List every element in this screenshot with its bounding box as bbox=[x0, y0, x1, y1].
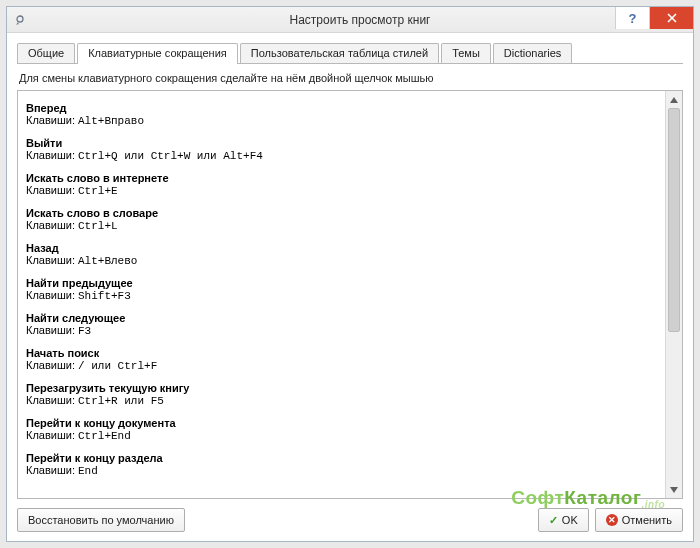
shortcut-name: Перейти к концу раздела bbox=[26, 452, 657, 464]
shortcut-keys: Клавиши: F3 bbox=[26, 324, 657, 337]
tab-2[interactable]: Пользовательская таблица стилей bbox=[240, 43, 439, 64]
ok-button[interactable]: ✓ OK bbox=[538, 508, 589, 532]
shortcut-name: Выйти bbox=[26, 137, 657, 149]
scroll-down-button[interactable] bbox=[666, 481, 682, 498]
titlebar: Настроить просмотр книг ? bbox=[7, 7, 693, 33]
restore-defaults-button[interactable]: Восстановить по умолчанию bbox=[17, 508, 185, 532]
tab-0[interactable]: Общие bbox=[17, 43, 75, 64]
shortcut-keys: Клавиши: Ctrl+L bbox=[26, 219, 657, 232]
shortcut-item[interactable]: Искать слово в словареКлавиши: Ctrl+L bbox=[26, 207, 657, 232]
shortcut-name: Найти предыдущее bbox=[26, 277, 657, 289]
shortcut-item[interactable]: Перейти к концу разделаКлавиши: End bbox=[26, 452, 657, 477]
shortcut-name: Искать слово в словаре bbox=[26, 207, 657, 219]
scrollbar[interactable] bbox=[665, 91, 682, 498]
tab-3[interactable]: Темы bbox=[441, 43, 491, 64]
dialog-window: Настроить просмотр книг ? ОбщиеКлавиатур… bbox=[6, 6, 694, 542]
shortcut-keys: Клавиши: / или Ctrl+F bbox=[26, 359, 657, 372]
shortcut-name: Начать поиск bbox=[26, 347, 657, 359]
instruction-label: Для смены клавиатурного сокращения сдела… bbox=[19, 72, 681, 84]
shortcut-keys: Клавиши: Ctrl+Q или Ctrl+W или Alt+F4 bbox=[26, 149, 657, 162]
shortcuts-list: ВпередКлавиши: Alt+ВправоВыйтиКлавиши: C… bbox=[17, 90, 683, 499]
shortcut-item[interactable]: ВыйтиКлавиши: Ctrl+Q или Ctrl+W или Alt+… bbox=[26, 137, 657, 162]
shortcut-name: Перезагрузить текущую книгу bbox=[26, 382, 657, 394]
tab-4[interactable]: Dictionaries bbox=[493, 43, 572, 64]
scroll-thumb[interactable] bbox=[668, 108, 680, 332]
window-title: Настроить просмотр книг bbox=[27, 13, 693, 27]
tab-row: ОбщиеКлавиатурные сокращенияПользователь… bbox=[17, 41, 683, 63]
help-button[interactable]: ? bbox=[615, 7, 649, 29]
shortcut-item[interactable]: Найти следующееКлавиши: F3 bbox=[26, 312, 657, 337]
shortcut-keys: Клавиши: End bbox=[26, 464, 657, 477]
tab-1[interactable]: Клавиатурные сокращения bbox=[77, 43, 238, 64]
shortcut-name: Вперед bbox=[26, 102, 657, 114]
app-icon bbox=[13, 13, 27, 27]
shortcut-item[interactable]: Перейти к концу документаКлавиши: Ctrl+E… bbox=[26, 417, 657, 442]
scroll-up-button[interactable] bbox=[666, 91, 682, 108]
shortcut-name: Найти следующее bbox=[26, 312, 657, 324]
svg-point-0 bbox=[17, 16, 23, 22]
shortcut-keys: Клавиши: Shift+F3 bbox=[26, 289, 657, 302]
shortcut-keys: Клавиши: Ctrl+E bbox=[26, 184, 657, 197]
shortcut-keys: Клавиши: Ctrl+R или F5 bbox=[26, 394, 657, 407]
shortcut-item[interactable]: Перезагрузить текущую книгуКлавиши: Ctrl… bbox=[26, 382, 657, 407]
shortcut-item[interactable]: Начать поискКлавиши: / или Ctrl+F bbox=[26, 347, 657, 372]
shortcut-name: Назад bbox=[26, 242, 657, 254]
shortcut-keys: Клавиши: Alt+Влево bbox=[26, 254, 657, 267]
cancel-button[interactable]: ✕ Отменить bbox=[595, 508, 683, 532]
footer: Восстановить по умолчанию ✓ OK ✕ Отменит… bbox=[17, 505, 683, 535]
shortcut-keys: Клавиши: Alt+Вправо bbox=[26, 114, 657, 127]
shortcut-name: Искать слово в интернете bbox=[26, 172, 657, 184]
shortcut-keys: Клавиши: Ctrl+End bbox=[26, 429, 657, 442]
shortcut-item[interactable]: ВпередКлавиши: Alt+Вправо bbox=[26, 102, 657, 127]
shortcut-item[interactable]: Искать слово в интернетеКлавиши: Ctrl+E bbox=[26, 172, 657, 197]
cancel-icon: ✕ bbox=[606, 514, 618, 526]
close-button[interactable] bbox=[649, 7, 693, 29]
shortcut-item[interactable]: Найти предыдущееКлавиши: Shift+F3 bbox=[26, 277, 657, 302]
shortcut-name: Перейти к концу документа bbox=[26, 417, 657, 429]
check-icon: ✓ bbox=[549, 514, 558, 527]
scroll-track[interactable] bbox=[666, 108, 682, 481]
shortcut-item[interactable]: НазадКлавиши: Alt+Влево bbox=[26, 242, 657, 267]
